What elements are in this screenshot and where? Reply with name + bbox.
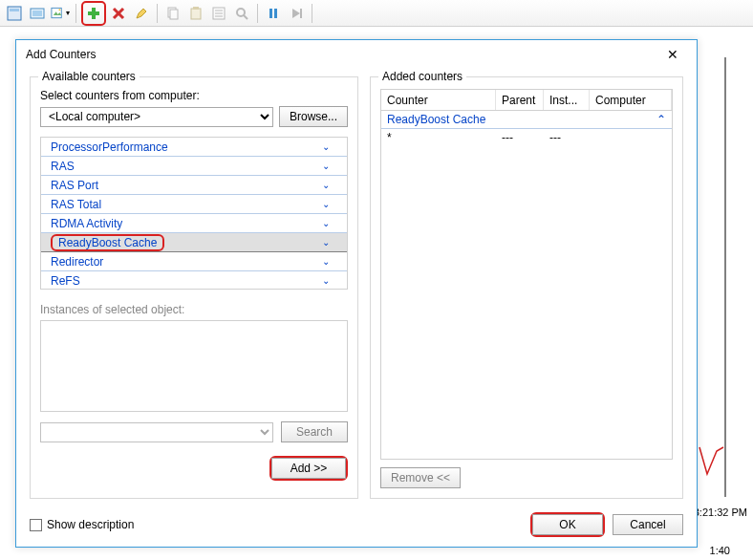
timestamp: 3:21:32 PM	[694, 506, 747, 518]
table-header: Counter Parent Inst... Computer	[381, 90, 672, 111]
image-menu-icon[interactable]: ▾	[50, 3, 71, 24]
search-button[interactable]: Search	[281, 421, 348, 442]
svg-rect-22	[269, 9, 272, 18]
instances-list[interactable]	[40, 320, 348, 412]
properties-icon[interactable]	[208, 3, 229, 24]
checkbox-icon	[30, 519, 42, 531]
counter-item[interactable]: ProcessorPerformance⌄	[41, 138, 347, 157]
available-counters-group: Available counters Select counters from …	[30, 76, 358, 499]
cell-computer	[595, 131, 666, 144]
screenshot-icon[interactable]	[27, 3, 48, 24]
cell-counter: *	[387, 131, 502, 144]
add-button-highlight	[81, 1, 106, 26]
svg-marker-24	[292, 9, 300, 18]
remove-button[interactable]: Remove <<	[380, 467, 461, 488]
ok-button[interactable]: OK	[532, 514, 603, 535]
table-row[interactable]: * --- ---	[381, 129, 672, 146]
browse-button[interactable]: Browse...	[279, 106, 348, 127]
svg-rect-13	[170, 10, 178, 19]
play-icon[interactable]	[286, 3, 307, 24]
separator	[157, 4, 158, 23]
svg-rect-3	[32, 11, 42, 16]
counter-item[interactable]: ReFS⌄	[41, 271, 347, 290]
counter-item-label: ProcessorPerformance	[51, 140, 168, 154]
counter-item-label: RDMA Activity	[51, 217, 122, 230]
paste-icon[interactable]	[185, 3, 206, 24]
add-button[interactable]: Add >>	[271, 458, 346, 479]
highlight-icon[interactable]	[131, 3, 152, 24]
chevron-down-icon: ⌄	[322, 141, 330, 152]
copy-icon[interactable]	[162, 3, 183, 24]
counter-item[interactable]: RDMA Activity⌄	[41, 214, 347, 233]
chevron-up-icon: ⌃	[656, 113, 666, 126]
cell-parent: ---	[502, 131, 549, 144]
counter-item[interactable]: RAS Port⌄	[41, 176, 347, 195]
computer-select[interactable]: <Local computer>	[40, 107, 273, 127]
svg-rect-14	[191, 9, 201, 19]
dialog-title: Add Counters	[26, 48, 658, 61]
chevron-down-icon: ⌄	[322, 161, 330, 171]
time-axis-label: 1:40	[710, 545, 730, 556]
add-counters-dialog: Add Counters ✕ Available counters Select…	[15, 39, 698, 548]
show-description-label: Show description	[47, 518, 134, 531]
added-counters-table: Counter Parent Inst... Computer ReadyBoo…	[380, 89, 673, 460]
chevron-down-icon: ⌄	[322, 199, 330, 209]
chevron-down-icon: ⌄	[322, 237, 330, 248]
svg-point-6	[58, 9, 60, 11]
counter-item-label: RAS Port	[51, 179, 98, 192]
cancel-button[interactable]: Cancel	[613, 514, 683, 535]
added-counters-group: Added counters Counter Parent Inst... Co…	[370, 76, 683, 499]
counter-item[interactable]: Redirector⌄	[41, 252, 347, 271]
counter-item[interactable]: RAS Total⌄	[41, 195, 347, 214]
separator	[312, 4, 312, 23]
svg-rect-15	[193, 7, 199, 10]
col-counter[interactable]: Counter	[381, 90, 496, 110]
svg-point-20	[237, 9, 245, 16]
group-row[interactable]: ReadyBoost Cache ⌃	[381, 111, 672, 129]
counter-item-label: Redirector	[51, 255, 103, 269]
add-icon[interactable]	[83, 3, 104, 24]
counter-item[interactable]: RAS⌄	[41, 157, 347, 176]
svg-marker-11	[137, 9, 146, 18]
col-inst[interactable]: Inst...	[544, 90, 590, 110]
pause-icon[interactable]	[263, 3, 284, 24]
counter-item-label: ReFS	[51, 274, 80, 288]
close-icon[interactable]: ✕	[658, 43, 687, 66]
chart-line	[698, 445, 724, 484]
instance-search-input[interactable]	[40, 422, 273, 442]
separator	[75, 4, 76, 23]
counter-item-selected[interactable]: ReadyBoost Cache ⌄	[41, 233, 347, 252]
svg-line-21	[244, 15, 247, 19]
counter-item-label: RAS Total	[51, 198, 101, 211]
chevron-down-icon: ⌄	[322, 256, 330, 267]
chevron-down-icon: ⌄	[322, 180, 330, 190]
ok-button-highlight: OK	[530, 512, 605, 537]
titlebar: Add Counters ✕	[16, 40, 697, 69]
svg-rect-25	[300, 9, 302, 18]
separator	[257, 4, 258, 23]
col-parent[interactable]: Parent	[496, 90, 544, 110]
svg-rect-1	[10, 9, 19, 11]
svg-rect-23	[274, 9, 277, 18]
svg-rect-8	[88, 11, 99, 15]
about-icon[interactable]	[4, 3, 25, 24]
show-description-checkbox[interactable]: Show description	[30, 518, 134, 531]
selected-counter-highlight: ReadyBoost Cache	[51, 234, 164, 251]
toolbar: ▾	[0, 0, 753, 27]
added-legend: Added counters	[378, 70, 466, 83]
col-computer[interactable]: Computer	[590, 90, 672, 110]
select-computer-label: Select counters from computer:	[40, 89, 348, 102]
delete-icon[interactable]	[108, 3, 129, 24]
counter-list[interactable]: ProcessorPerformance⌄ RAS⌄ RAS Port⌄ RAS…	[40, 137, 348, 290]
cell-inst: ---	[549, 131, 595, 144]
counter-item-label: RAS	[51, 160, 75, 173]
zoom-icon[interactable]	[231, 3, 252, 24]
chart-edge	[724, 57, 726, 497]
instances-label: Instances of selected object:	[40, 303, 348, 316]
chevron-down-icon: ⌄	[322, 218, 330, 228]
chevron-down-icon: ⌄	[322, 275, 330, 286]
add-button-highlight: Add >>	[269, 456, 348, 481]
group-row-label: ReadyBoost Cache	[387, 113, 656, 126]
dialog-footer: Show description OK Cancel	[16, 506, 697, 547]
available-legend: Available counters	[38, 70, 140, 83]
